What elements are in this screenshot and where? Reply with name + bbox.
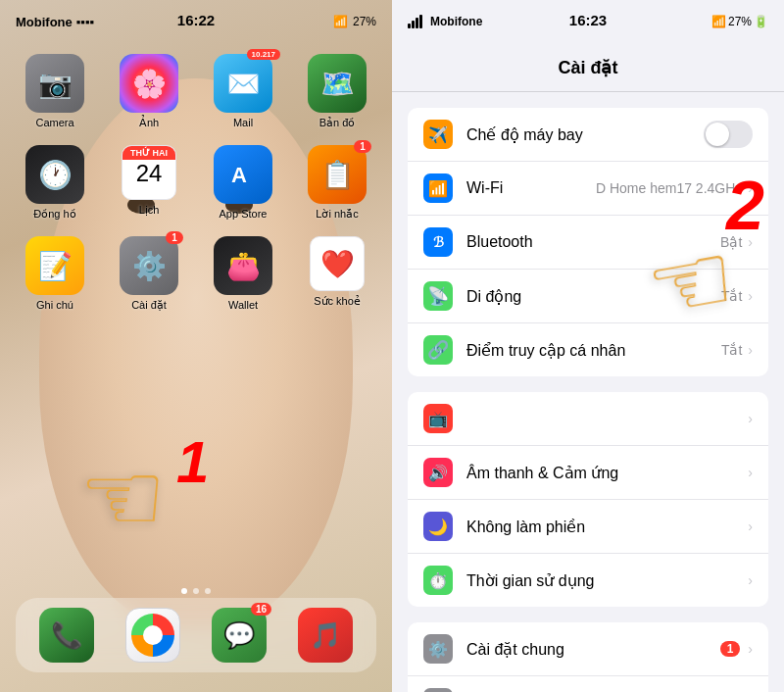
dnd-chevron: › <box>748 519 753 534</box>
calendar-icon: THỨ HAI 24 <box>122 145 176 200</box>
dnd-icon: 🌙 <box>423 512 453 541</box>
messages-badge: 16 <box>251 603 271 616</box>
health-icon: ❤️ <box>310 236 365 291</box>
app-reminders[interactable]: 📋 1 Lời nhắc <box>294 145 380 221</box>
settings-row-dnd[interactable]: 🌙 Không làm phiền › <box>408 500 768 554</box>
settings-row-airplane[interactable]: ✈️ Chế độ máy bay <box>408 108 768 162</box>
app-mail[interactable]: ✉️ 10.217 Mail <box>200 54 286 129</box>
app-maps[interactable]: 🗺️ Bản đồ <box>294 54 380 129</box>
app-camera[interactable]: 📷 Camera <box>12 54 98 129</box>
app-appstore-label: App Store <box>220 208 268 220</box>
hotspot-value: Tắt <box>721 342 742 358</box>
settings-list: ✈️ Chế độ máy bay 📶 Wi-Fi D Home hem17 2… <box>392 92 784 692</box>
sound-icon: 🔊 <box>423 458 453 487</box>
screentime-icon: ⏱️ <box>423 566 453 595</box>
app-appstore[interactable]: A App Store <box>200 145 286 221</box>
app-calendar[interactable]: THỨ HAI 24 Lịch <box>106 145 192 221</box>
status-time-right: 16:23 <box>569 12 607 28</box>
wifi-settings-icon: 📶 <box>423 173 453 203</box>
settings-group-general: ⚙️ Cài đặt chung 1 › ⊞ Trung tâm điều kh… <box>408 622 768 692</box>
airplane-toggle[interactable] <box>704 121 753 148</box>
notes-icon: 📝 <box>25 236 84 295</box>
app-health-label: Sức khoẻ <box>314 295 361 308</box>
app-clock[interactable]: 🕐 Đồng hồ <box>12 145 98 221</box>
sound-chevron: › <box>748 465 753 480</box>
app-photos-label: Ảnh <box>139 117 159 129</box>
dock-messages[interactable]: 💬 16 <box>212 608 267 663</box>
carrier-info: Mobifone ▪▪▪▪ <box>16 15 94 29</box>
clock-icon: 🕐 <box>25 145 84 204</box>
sound-label: Âm thanh & Cảm ứng <box>466 464 748 482</box>
general-settings-icon: ⚙️ <box>423 634 453 664</box>
carrier-info-right: Mobifone <box>408 15 482 28</box>
bar-3 <box>416 18 418 28</box>
spacer-2 <box>392 376 784 392</box>
app-clock-label: Đồng hồ <box>33 208 75 221</box>
phone-icon: 📞 <box>39 608 94 663</box>
settings-row-screentime[interactable]: ⏱️ Thời gian sử dụng › <box>408 554 768 607</box>
settings-icon: ⚙️ 1 <box>120 236 178 295</box>
dock-safari[interactable] <box>125 608 180 663</box>
airplane-label: Chế độ máy bay <box>466 125 704 144</box>
settings-row-screen[interactable]: 📺 › <box>408 392 768 446</box>
settings-row-wifi[interactable]: 📶 Wi-Fi D Home hem17 2.4GHz › <box>408 162 768 216</box>
settings-row-general[interactable]: ⚙️ Cài đặt chung 1 › <box>408 622 768 676</box>
settings-badge: 1 <box>166 231 183 244</box>
app-wallet[interactable]: 👛 Wallet <box>200 236 286 312</box>
page-title: Cài đặt <box>558 57 617 78</box>
screen-icon: 📺 <box>423 404 453 433</box>
signal-bars <box>408 15 422 28</box>
airplane-icon: ✈️ <box>423 120 453 149</box>
dock: 📞 💬 16 🎵 <box>16 598 376 672</box>
dock-music[interactable]: 🎵 <box>298 608 353 663</box>
battery-bar: 🔋 <box>754 15 768 28</box>
messages-icon: 💬 16 <box>212 608 267 663</box>
general-badge: 1 <box>720 641 741 657</box>
screen-chevron: › <box>748 411 753 426</box>
screentime-chevron: › <box>748 572 753 588</box>
app-mail-label: Mail <box>233 117 253 128</box>
spacer-3 <box>392 607 784 622</box>
app-health[interactable]: ❤️ Sức khoẻ <box>294 236 380 312</box>
dot-1 <box>181 588 187 594</box>
bluetooth-icon: ℬ <box>423 227 453 257</box>
status-bar-right: Mobifone 16:23 📶 27% 🔋 <box>392 0 784 43</box>
appstore-icon: A <box>214 145 272 204</box>
cellular-chevron: › <box>748 288 753 304</box>
settings-group-misc: 📺 › 🔊 Âm thanh & Cảm ứng › 🌙 Không làm p… <box>408 392 768 607</box>
general-chevron: › <box>748 641 753 657</box>
right-phone-screen: Mobifone 16:23 📶 27% 🔋 Cài đặt ✈️ Chế độ… <box>392 0 784 692</box>
step-number-1: 1 <box>176 428 209 496</box>
settings-row-sound[interactable]: 🔊 Âm thanh & Cảm ứng › <box>408 446 768 500</box>
app-maps-label: Bản đồ <box>319 117 356 129</box>
photos-icon: 🌸 <box>120 54 178 113</box>
cellular-icon: 📡 <box>423 281 453 311</box>
controlcenter-icon: ⊞ <box>423 688 453 692</box>
carrier-name-right: Mobifone <box>430 15 482 28</box>
mail-badge: 10.217 <box>247 49 280 60</box>
reminders-badge: 1 <box>354 140 371 153</box>
settings-row-controlcenter[interactable]: ⊞ Trung tâm điều khiển › <box>408 676 768 692</box>
app-reminders-label: Lời nhắc <box>316 208 358 221</box>
app-notes-label: Ghi chú <box>36 299 74 311</box>
carrier-name: Mobifone <box>16 15 73 29</box>
app-photos[interactable]: 🌸 Ảnh <box>106 54 192 129</box>
screentime-label: Thời gian sử dụng <box>466 571 748 590</box>
battery-percent: 27% <box>728 15 752 28</box>
dock-phone[interactable]: 📞 <box>39 608 94 663</box>
hotspot-label: Điểm truy cập cá nhân <box>466 341 721 360</box>
app-calendar-label: Lịch <box>139 204 160 217</box>
app-wallet-label: Wallet <box>228 299 258 311</box>
dnd-label: Không làm phiền <box>466 518 748 536</box>
app-settings[interactable]: ⚙️ 1 Cài đặt <box>106 236 192 312</box>
nav-header: Cài đặt <box>392 43 784 92</box>
app-grid: 📷 Camera 🌸 Ảnh ✉️ 10.217 Mail 🗺️ Bản đồ … <box>12 54 380 312</box>
bar-1 <box>408 24 411 28</box>
mail-icon: ✉️ 10.217 <box>214 54 272 113</box>
app-notes[interactable]: 📝 Ghi chú <box>12 236 98 312</box>
general-label: Cài đặt chung <box>466 640 720 659</box>
wifi-signal: 📶 <box>711 15 726 28</box>
bar-4 <box>419 15 422 28</box>
safari-icon <box>125 608 180 663</box>
battery-text: 27% <box>353 15 376 28</box>
